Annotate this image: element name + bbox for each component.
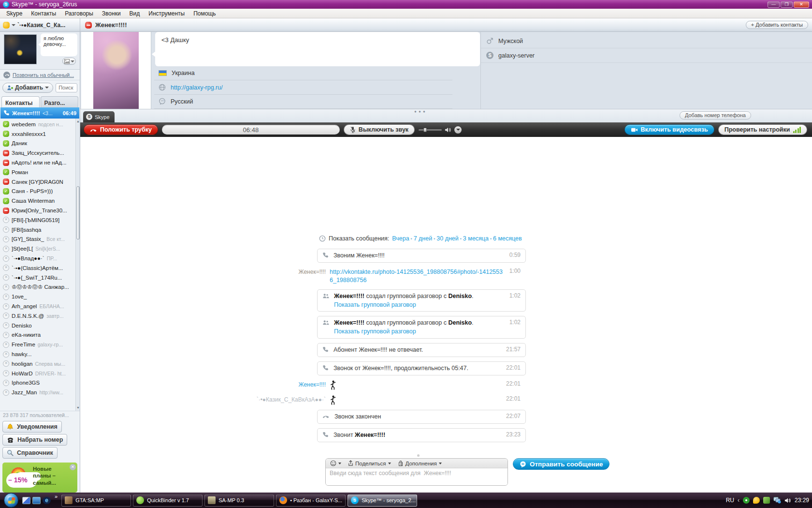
history-link[interactable]: 6 месяцев bbox=[493, 235, 522, 242]
contact-row[interactable]: Роман bbox=[2, 167, 75, 177]
contact-row[interactable]: xxxahilesxxx1 bbox=[2, 129, 75, 139]
avatar-photo-button[interactable] bbox=[62, 58, 76, 65]
show-group-conversation-link[interactable]: Показать групповой разговор bbox=[334, 301, 416, 309]
menu-item-2[interactable]: Разговоры bbox=[60, 9, 98, 18]
volume-tray-icon[interactable] bbox=[784, 497, 791, 504]
show-group-conversation-link[interactable]: Показать групповой разговор bbox=[334, 328, 416, 336]
sidebar-button-dialphone[interactable]: Набрать номер bbox=[2, 434, 67, 446]
extras-menu-button[interactable]: Дополнения bbox=[398, 460, 442, 466]
contact-row[interactable]: ♔Ⓞ♔♔Ⓞ♔ Санжар... bbox=[2, 283, 75, 292]
website-link[interactable]: http://galaxy-rpg.ru/ bbox=[171, 84, 223, 91]
search-input[interactable] bbox=[56, 83, 77, 92]
contact-row[interactable]: Даник bbox=[2, 139, 75, 149]
enable-video-button[interactable]: Включить видеосвязь bbox=[624, 124, 714, 135]
contact-row[interactable]: webedemподсел н... bbox=[2, 120, 75, 129]
ad-banner[interactable]: – 15% Новые планы – самый... ✕ bbox=[2, 463, 77, 493]
splitter-handle[interactable]: ● ● ● bbox=[414, 109, 426, 114]
message-link[interactable]: http://vkontakte.ru/photo-14125536_19880… bbox=[330, 268, 504, 284]
skype-tray-icon[interactable] bbox=[753, 497, 760, 504]
add-contacts-button[interactable]: + Добавить контакты bbox=[746, 21, 808, 29]
contact-row[interactable]: 1ove_ bbox=[2, 292, 75, 301]
history-link[interactable]: 30 дней bbox=[436, 235, 459, 242]
contact-row[interactable]: [FBI]sashqa bbox=[2, 225, 75, 235]
tab-contacts[interactable]: Контакты bbox=[1, 96, 40, 107]
contact-row[interactable]: D.E.N.S.K.@завтр... bbox=[2, 311, 75, 321]
self-mood-bubble[interactable]: я люблю девочку... bbox=[41, 33, 77, 56]
emoticon-picker-button[interactable] bbox=[330, 460, 341, 466]
taskbar-button-firefox[interactable]: • Разбан - GalaxY-S... bbox=[276, 494, 346, 507]
contact-row[interactable]: FreeTimegalaxy-гр... bbox=[2, 340, 75, 349]
volume-knob[interactable] bbox=[423, 128, 427, 132]
contact-list-scrollbar[interactable]: ▲ ▼ bbox=[75, 119, 80, 411]
scroll-up-icon[interactable]: ▲ bbox=[76, 119, 80, 124]
close-icon[interactable]: ✕ bbox=[70, 464, 76, 470]
taskbar-clock[interactable]: 23:29 bbox=[795, 497, 809, 504]
taskbar-button-skype[interactable]: SSkype™ - seryoga_2... bbox=[348, 494, 417, 507]
check-settings-button[interactable]: Проверить настройки bbox=[718, 124, 807, 135]
menu-item-3[interactable]: Звонки bbox=[98, 9, 125, 18]
mute-button[interactable]: Выключить звук bbox=[344, 124, 415, 135]
tab-conversations[interactable]: Разго... bbox=[41, 96, 79, 107]
tab-skype[interactable]: S Skype bbox=[83, 111, 115, 122]
share-menu-button[interactable]: Поделиться bbox=[348, 460, 391, 466]
hangup-button[interactable]: Положить трубку bbox=[84, 124, 158, 135]
history-link[interactable]: 7 дней bbox=[414, 235, 433, 242]
maximize-button[interactable]: ❐ bbox=[781, 1, 793, 8]
scrollbar-thumb[interactable] bbox=[76, 186, 80, 239]
tray-expand-arrow[interactable]: ‹ bbox=[738, 497, 740, 504]
contact-row[interactable]: Юрик[Only_Trane30... bbox=[2, 206, 75, 215]
volume-slider[interactable] bbox=[419, 129, 442, 131]
add-phone-number-button[interactable]: Добавь номер телефона bbox=[680, 111, 751, 120]
send-message-button[interactable]: Отправить сообщение bbox=[513, 458, 609, 470]
switch-windows-icon[interactable] bbox=[32, 497, 41, 504]
internet-explorer-icon[interactable]: e bbox=[43, 497, 51, 504]
call-landline-link[interactable]: Позвонить на обычный... bbox=[0, 70, 80, 80]
contact-row[interactable]: `·•●{_SwiT_174Ru... bbox=[2, 273, 75, 283]
peer-avatar[interactable] bbox=[93, 32, 139, 109]
network-tray-icon[interactable] bbox=[773, 497, 781, 504]
antivirus-tray-icon[interactable] bbox=[743, 497, 750, 504]
contact-row[interactable]: Jazz_Manhttp://ww... bbox=[2, 388, 75, 397]
contact-row[interactable]: [GY]_Stasix_Все кт... bbox=[2, 235, 75, 244]
contact-row[interactable]: нАдоть! или не нАд... bbox=[2, 158, 75, 167]
taskbar-button-gta[interactable]: GTA:SA:MP bbox=[61, 494, 131, 507]
contact-row[interactable]: Заяц_Исскуситель... bbox=[2, 148, 75, 158]
language-indicator[interactable]: RU bbox=[726, 497, 734, 504]
contact-row[interactable]: Iphone3GS bbox=[2, 378, 75, 388]
menu-item-5[interactable]: Инструменты bbox=[144, 9, 189, 18]
composer-splitter-handle[interactable] bbox=[417, 454, 420, 457]
minimize-button[interactable]: — bbox=[768, 1, 780, 8]
taskbar-button-samp[interactable]: SA-MP 0.3 bbox=[204, 494, 274, 507]
menu-item-1[interactable]: Контакты bbox=[27, 9, 60, 18]
chat-log[interactable]: Показать сообщения: Вчера • 7 дней • 30 … bbox=[80, 137, 812, 455]
contact-row[interactable]: eKa-никита bbox=[2, 330, 75, 340]
self-profile-button[interactable]: `·•●Казик_С_Ка... bbox=[0, 18, 80, 31]
contact-row[interactable]: hawky... bbox=[2, 349, 75, 359]
contact-row[interactable]: Санек [GY]DRAG0N bbox=[2, 177, 75, 187]
window-titlebar[interactable]: S Skype™ - seryoga_26rus — ❐ ✕ bbox=[0, 0, 812, 9]
contact-row[interactable]: Denisko bbox=[2, 321, 75, 330]
app-tray-icon[interactable] bbox=[763, 497, 770, 504]
scroll-down-icon[interactable]: ▼ bbox=[76, 405, 80, 410]
contact-row[interactable]: ]St}ee{L[Sni[k]erS... bbox=[2, 244, 75, 254]
message-input[interactable] bbox=[326, 468, 508, 486]
contact-row[interactable]: hooliganСперва мы... bbox=[2, 359, 75, 369]
active-call-contact[interactable]: Женек=!!!! <3... 06:49 bbox=[0, 107, 79, 119]
contact-row[interactable]: `·•●(Classic)Артём... bbox=[2, 263, 75, 273]
contact-row[interactable]: Arh_angelЕБЛАНА... bbox=[2, 301, 75, 311]
contact-row[interactable]: HoWarDDRIVER- ht... bbox=[2, 369, 75, 378]
history-link[interactable]: Вчера bbox=[392, 235, 409, 242]
contact-row[interactable]: Саша Winterman bbox=[2, 196, 75, 206]
close-button[interactable]: ✕ bbox=[794, 1, 809, 8]
contact-row[interactable]: Саня - PuPS=))) bbox=[2, 187, 75, 196]
quicklaunch-overflow-chevron[interactable]: » bbox=[55, 493, 58, 499]
contact-row[interactable]: [FBI]-[ЪMING0519] bbox=[2, 215, 75, 225]
taskbar-button-quickbinder[interactable]: QuickBinder v 1.7 bbox=[133, 494, 203, 507]
contact-row[interactable]: `·•●Влад●●·`ПР... bbox=[2, 254, 75, 263]
history-link[interactable]: 3 месяца bbox=[463, 235, 489, 242]
add-contact-button[interactable]: Добавить bbox=[2, 83, 53, 93]
show-desktop-icon[interactable] bbox=[22, 497, 30, 504]
volume-menu-button[interactable] bbox=[454, 126, 462, 134]
sidebar-button-bell[interactable]: Уведомления bbox=[2, 421, 62, 433]
menu-item-4[interactable]: Вид bbox=[125, 9, 145, 18]
